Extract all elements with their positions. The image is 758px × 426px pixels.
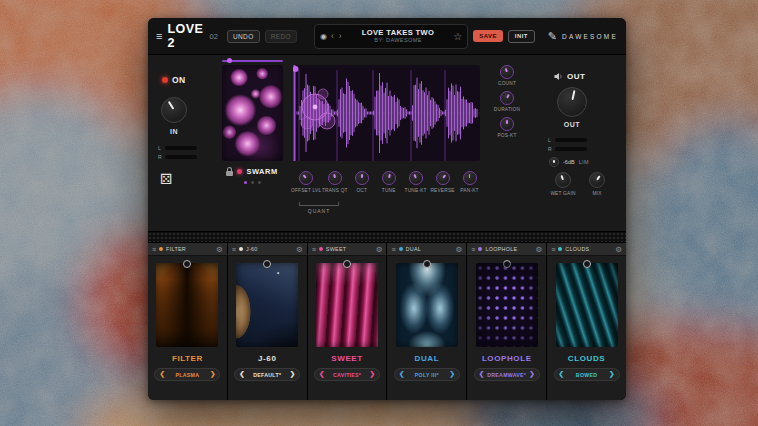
pan-kt-knob[interactable] [463,171,477,185]
main-panel: ON IN L R ⚄ SWARM [148,55,626,231]
module-preset-selector[interactable]: ❮ BOWED ❯ [554,368,620,381]
main-menu-icon[interactable]: ≡ [156,30,162,42]
count-knob[interactable] [500,65,514,79]
reverse-label: REVERSE [430,188,454,193]
swarm-source-image[interactable] [222,65,283,161]
lock-icon[interactable] [226,171,233,176]
module-preset-selector[interactable]: ❮ DREAMWAVE* ❯ [474,368,540,381]
redo-button[interactable]: REDO [265,30,297,43]
module-node-handle[interactable] [503,260,511,268]
module-header-clouds[interactable]: ≡ CLOUDS ⚙ [547,243,626,256]
preset-browser[interactable]: ◉ ‹ › LOVE TAKES TWO BY: DAWESOME ☆ [314,24,468,49]
module-preset-name: DEFAULT* [245,372,290,378]
module-image-j60[interactable] [236,263,298,347]
tune-kt-label: TUNE-KT [405,188,427,193]
module-image-dual[interactable] [396,263,458,347]
oct-knob[interactable] [355,171,369,185]
module-node-handle[interactable] [423,260,431,268]
input-meter-r [165,155,197,159]
speaker-icon [554,72,563,81]
offset-lvl-label: OFFSET LVL [291,188,321,193]
preset-next-icon[interactable]: › [338,31,343,41]
mix-knob-row: WET GAIN MIX [549,172,611,196]
page-dot[interactable] [251,181,254,184]
reverse-knob[interactable] [436,171,450,185]
source-knob-row: OFFSET LVL TRANS QT OCT TUNE TUNE-KT REV… [291,171,483,193]
page-dot[interactable] [244,181,247,184]
module-menu-icon[interactable]: ≡ [152,246,156,253]
module-name: CLOUDS [568,354,605,363]
mix-label: MIX [592,191,601,196]
input-gain-knob[interactable] [161,97,187,123]
module-node-handle[interactable] [263,260,271,268]
module-menu-icon[interactable]: ≡ [232,246,236,253]
module-preset-selector[interactable]: ❮ POLY III* ❯ [394,368,460,381]
module-gear-icon[interactable]: ⚙ [615,245,622,254]
module-name: FILTER [172,354,203,363]
module-preset-selector[interactable]: ❮ DEFAULT* ❯ [234,368,300,381]
module-gear-icon[interactable]: ⚙ [296,245,303,254]
preset-record-icon[interactable]: ◉ [320,32,327,41]
limiter-knob[interactable] [549,157,559,167]
duration-knob[interactable] [500,91,514,105]
module-slot-loophole: ≡ LOOPHOLE ⚙ LOOPHOLE ❮ DREAMWAVE* ❯ [467,243,547,400]
brand-name: DAWESOME [562,33,618,40]
source-page-dots[interactable] [222,181,283,184]
module-gear-icon[interactable]: ⚙ [535,245,542,254]
output-gain-knob[interactable] [557,87,587,117]
module-preset-selector[interactable]: ❮ CAVITIES* ❯ [314,368,380,381]
preset-right-arrow-icon[interactable]: ❯ [370,371,375,378]
offset-lvl-knob[interactable] [299,171,313,185]
preset-right-arrow-icon[interactable]: ❯ [529,371,534,378]
module-preset-name: CAVITIES* [325,372,370,378]
undo-button[interactable]: UNDO [227,30,260,43]
preset-right-arrow-icon[interactable]: ❯ [290,371,295,378]
waveform-display[interactable] [293,65,480,161]
module-image-loophole[interactable] [476,263,538,347]
tune-kt-knob[interactable] [409,171,423,185]
power-toggle[interactable]: ON [162,75,186,85]
save-button[interactable]: SAVE [473,30,503,42]
module-node-handle[interactable] [583,260,591,268]
module-node-handle[interactable] [183,260,191,268]
module-image-filter[interactable] [156,263,218,347]
module-gear-icon[interactable]: ⚙ [376,245,383,254]
module-node-handle[interactable] [343,260,351,268]
module-image-clouds[interactable] [556,263,618,347]
tune-knob[interactable] [382,171,396,185]
module-header-sweet[interactable]: ≡ SWEET ⚙ [308,243,387,256]
favorite-star-icon[interactable]: ☆ [453,31,462,42]
randomize-dice-icon[interactable]: ⚄ [160,171,172,187]
source-label-row[interactable]: SWARM [220,167,284,176]
preset-display[interactable]: LOVE TAKES TWO BY: DAWESOME [346,28,451,44]
module-menu-icon[interactable]: ≡ [391,246,395,253]
module-menu-icon[interactable]: ≡ [312,246,316,253]
preset-right-arrow-icon[interactable]: ❯ [449,371,454,378]
module-header-j60[interactable]: ≡ J-60 ⚙ [228,243,307,256]
module-menu-icon[interactable]: ≡ [471,246,475,253]
wet-gain-knob[interactable] [555,172,571,188]
trans-qt-knob[interactable] [328,171,342,185]
preset-right-arrow-icon[interactable]: ❯ [210,371,215,378]
module-header-loophole[interactable]: ≡ LOOPHOLE ⚙ [467,243,546,256]
pos-kt-knob[interactable] [500,117,514,131]
module-header-dual[interactable]: ≡ DUAL ⚙ [387,243,466,256]
limiter-toggle[interactable]: LIM [579,159,589,165]
module-header-filter[interactable]: ≡ FILTER ⚙ [148,243,227,256]
module-menu-icon[interactable]: ≡ [551,246,555,253]
init-button[interactable]: INIT [508,30,535,43]
module-preset-name: POLY III* [404,372,449,378]
preset-right-arrow-icon[interactable]: ❯ [609,371,614,378]
module-image-sweet[interactable] [316,263,378,347]
count-label: COUNT [498,81,516,86]
module-gear-icon[interactable]: ⚙ [216,245,223,254]
page-dot[interactable] [258,181,261,184]
waveform-svg [293,65,480,161]
module-name: SWEET [331,354,362,363]
module-preset-selector[interactable]: ❮ PLASMA ❯ [154,368,220,381]
preset-prev-icon[interactable]: ‹ [330,31,335,41]
mix-knob[interactable] [589,172,605,188]
module-color-dot [159,247,163,251]
preset-author: BY: DAWESOME [346,37,451,44]
module-gear-icon[interactable]: ⚙ [456,245,463,254]
